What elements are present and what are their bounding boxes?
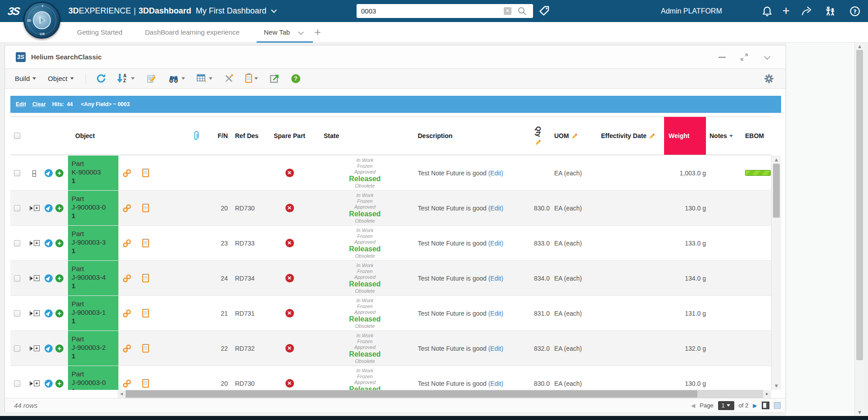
edit-description-link[interactable]: (Edit) (488, 310, 503, 317)
page-select-dropdown[interactable]: 1 (718, 401, 734, 410)
horizontal-scroll-thumb[interactable] (126, 390, 697, 398)
search-input[interactable] (361, 4, 496, 18)
link-chain-icon[interactable] (122, 239, 131, 248)
link-chain-icon[interactable] (122, 309, 131, 318)
object-cell[interactable]: Part J-900003-1 1 (68, 296, 118, 331)
scroll-left-icon[interactable]: ◂ (118, 390, 126, 398)
edit-uom-pencil-icon[interactable] (572, 133, 578, 139)
refresh-icon[interactable] (96, 73, 106, 84)
build-menu[interactable]: Build (15, 75, 36, 82)
row-clipboard-icon[interactable] (142, 274, 149, 282)
column-weight-highlighted[interactable]: Weight (664, 117, 706, 155)
expand-node-icon[interactable]: + (30, 240, 40, 246)
navigate-icon[interactable] (45, 204, 53, 212)
navigate-icon[interactable] (45, 309, 53, 317)
link-chain-icon[interactable] (122, 344, 131, 353)
object-cell[interactable]: Part J-900003-0 1 (68, 366, 118, 390)
add-content-icon[interactable]: + (780, 5, 792, 17)
row-checkbox[interactable] (14, 205, 20, 211)
scroll-up-icon[interactable]: ▲ (772, 157, 781, 162)
binoculars-search-icon[interactable] (168, 74, 185, 84)
expand-node-icon[interactable]: + (30, 310, 40, 316)
page-scroll-thumb[interactable] (856, 50, 863, 360)
link-chain-icon[interactable] (122, 169, 131, 178)
compass-play-icon[interactable]: 3DV.RY (23, 2, 60, 39)
row-clipboard-icon[interactable] (142, 239, 149, 247)
select-all-checkbox[interactable] (14, 133, 20, 139)
tab-options-chevron-icon[interactable] (298, 29, 304, 35)
row-checkbox[interactable] (14, 275, 20, 281)
column-ebom[interactable]: EBOM (744, 132, 772, 139)
edit-effectivity-pencil-icon[interactable] (649, 133, 655, 139)
attachment-paperclip-icon[interactable] (193, 131, 200, 141)
export-icon[interactable] (270, 74, 280, 84)
edit-description-link[interactable]: (Edit) (488, 205, 503, 212)
object-menu[interactable]: Object (48, 75, 73, 82)
expand-node-icon[interactable]: + (30, 380, 40, 386)
column-description[interactable]: Description (413, 132, 526, 139)
row-checkbox[interactable] (14, 310, 20, 317)
column-spare-part[interactable]: Spare Part (262, 132, 316, 139)
edit-description-link[interactable]: (Edit) (488, 275, 503, 282)
column-refdes[interactable]: Ref Des (230, 132, 262, 140)
column-qty[interactable]: Qty (526, 126, 551, 145)
notes-dropdown-icon[interactable] (729, 135, 733, 137)
scroll-right-icon[interactable]: ▸ (763, 390, 771, 398)
collapse-node-icon[interactable]: − (32, 170, 36, 177)
link-chain-icon[interactable] (122, 379, 131, 388)
navigate-icon[interactable] (45, 380, 53, 388)
navigate-icon[interactable] (45, 239, 53, 247)
link-chain-icon[interactable] (122, 204, 131, 213)
add-child-icon[interactable]: + (55, 204, 63, 212)
add-child-icon[interactable]: + (55, 169, 63, 177)
row-checkbox[interactable] (14, 170, 20, 176)
edit-qty-pencil-icon[interactable] (535, 139, 541, 145)
object-cell[interactable]: Part J-900003-3 1 (68, 226, 118, 260)
expand-node-icon[interactable]: + (30, 275, 40, 281)
row-checkbox[interactable] (14, 240, 20, 246)
search-icon[interactable] (517, 6, 527, 16)
column-object[interactable]: Object (68, 117, 118, 155)
dashboard-name[interactable]: My First Dashboard (196, 6, 267, 15)
row-clipboard-icon[interactable] (142, 204, 149, 212)
view-mode-selected-icon[interactable] (762, 402, 769, 409)
clipboard-icon[interactable] (245, 74, 258, 83)
filter-clear-link[interactable]: Clear (32, 101, 46, 107)
dashboard-chevron-icon[interactable] (271, 7, 277, 13)
add-child-icon[interactable]: + (55, 344, 63, 353)
object-cell[interactable]: Part K-900003 1 (68, 156, 118, 190)
filter-edit-link[interactable]: Edit (16, 101, 26, 107)
navigate-icon[interactable] (45, 274, 53, 282)
table-vertical-scrollbar[interactable]: ▲ ▼ (771, 156, 781, 390)
widget-help-icon[interactable]: ? (291, 74, 300, 83)
link-chain-icon[interactable] (122, 274, 131, 283)
navigate-icon[interactable] (45, 344, 53, 353)
row-clipboard-icon[interactable] (142, 344, 149, 353)
edit-description-link[interactable]: (Edit) (488, 170, 503, 177)
page-scrollbar[interactable]: ▲ ▼ (854, 43, 864, 416)
tab-new-tab[interactable]: New Tab (264, 22, 290, 43)
help-icon[interactable]: ? (849, 5, 861, 17)
previous-page-icon[interactable]: ◀ (691, 402, 695, 409)
add-child-icon[interactable]: + (55, 239, 63, 247)
object-cell[interactable]: Part J-900003-0 1 (68, 191, 118, 225)
edit-description-link[interactable]: (Edit) (488, 240, 503, 247)
row-checkbox[interactable] (14, 380, 20, 387)
row-clipboard-icon[interactable] (142, 379, 149, 388)
disconnect-icon[interactable] (224, 74, 234, 83)
edit-description-link[interactable]: (Edit) (488, 380, 503, 387)
share-icon[interactable] (801, 5, 813, 17)
add-tab-button[interactable]: + (314, 22, 321, 42)
tab-dashboard-learning[interactable]: DashBoard learning experience (145, 22, 240, 43)
vertical-scroll-thumb[interactable] (773, 164, 780, 218)
navigate-icon[interactable] (45, 169, 53, 177)
add-child-icon[interactable]: + (55, 380, 63, 388)
object-cell[interactable]: Part J-900003-2 1 (68, 331, 118, 366)
row-clipboard-icon[interactable] (142, 169, 149, 177)
view-mode-alt-icon[interactable] (774, 402, 781, 409)
expand-node-icon[interactable]: + (30, 205, 40, 211)
collapse-widget-chevron-icon[interactable] (764, 54, 770, 60)
tab-getting-started[interactable]: Getting Started (77, 22, 122, 43)
next-page-icon[interactable]: ▶ (753, 402, 757, 409)
edit-pencil-icon[interactable] (146, 74, 156, 84)
